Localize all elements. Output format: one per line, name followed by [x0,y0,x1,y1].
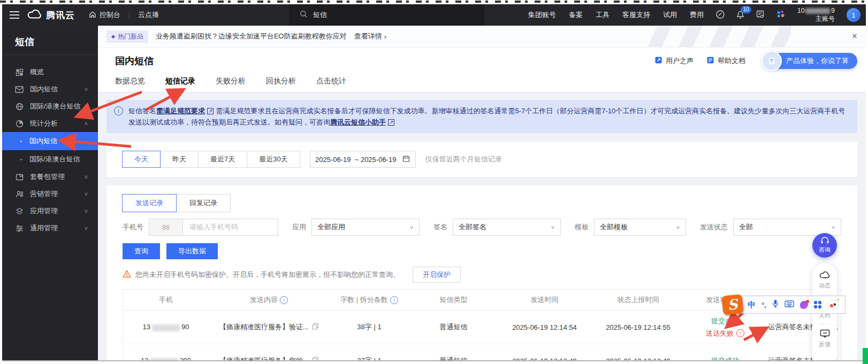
toolbar-divider [819,324,831,324]
microphone-icon[interactable] [772,299,779,310]
send-records-tab[interactable]: 发送记录 [122,194,177,212]
phone-number-input[interactable]: 86 请输入手机号码 [149,219,278,236]
quick-date-today[interactable]: 今天 [122,151,161,168]
ime-apps-grid-icon[interactable] [814,301,822,309]
sidebar-item-package-mgmt[interactable]: 套餐包管理 ∨ [2,168,98,185]
tab-click-stats[interactable]: 点击统计 [316,74,346,86]
console-link[interactable]: 控制台 [89,10,120,20]
notification-bell-icon[interactable]: 10 [736,10,745,21]
colorful-spark-icon[interactable] [775,9,786,21]
pie-chart-icon [15,119,24,128]
keyboard-icon[interactable] [785,300,794,309]
sidebar-item-general-mgmt[interactable]: 通用管理 ∨ [2,220,98,237]
sidebar-item-app-mgmt[interactable]: 应用管理 ∨ [2,203,98,220]
col-report-time: 状态上报时间 [591,290,685,311]
country-code-prefix[interactable]: 86 [149,219,183,235]
query-button[interactable]: 查询 [123,243,160,259]
user-voice-link[interactable]: 用户之声 [654,56,694,66]
sidebar-subitem-domestic-sms-active[interactable]: 国内短信 [2,132,98,150]
tencent-cloud-logo[interactable]: 腾讯云 [27,9,75,21]
template-select[interactable]: 全部模板∨ [594,219,686,236]
sidebar-item-intl-sms[interactable]: 国际/港澳台短信 ∨ [2,98,98,115]
col-send-time: 发送时间 [498,290,591,311]
chevron-down-icon: ∨ [409,224,414,230]
topbar-menu-tools[interactable]: 工具 [596,10,610,20]
copy-icon[interactable] [312,323,318,331]
sidebar-title: 短信 [2,26,98,55]
bullet-dot [20,141,22,142]
home-icon [89,11,96,20]
tab-failure-analysis[interactable]: 失败分析 [216,74,246,86]
feedback-item[interactable]: 反馈 [819,329,831,348]
info-icon[interactable]: i [390,296,398,304]
filter-row: 手机号 86 请输入手机号码 应用 全部应用∨ 签名 全部签名∨ 模板 全部模板… [123,219,841,236]
external-link-icon: ↗ [207,108,214,114]
info-icon[interactable]: i [280,296,288,304]
quick-date-yesterday[interactable]: 昨天 [160,151,199,168]
spec-requirement-link[interactable]: 需满足规范要求 [156,107,205,115]
chevron-right-icon: › [384,33,386,41]
mail-icon [15,85,24,94]
headset-icon [820,237,829,245]
table-row: 13290 【痛康精准医疗服务】您的... 37字 | 1 普通短信 2025-… [123,344,841,361]
tab-sms-records[interactable]: 短信记录 [165,74,195,86]
export-button[interactable]: 导出数据 [166,243,218,259]
date-range-input[interactable]: 2025-06-19 ~ 2025-06-19 [310,151,416,168]
page-tabs: 数据总览 短信记录 失败分析 回执分析 点击统计 [98,74,866,92]
topbar-menu-icp[interactable]: 备案 [569,10,583,20]
col-phone: 手机 [123,290,209,311]
sidebar-item-marketing-mgmt[interactable]: 营销管理 ∨ [2,185,98,203]
tab-receipt-analysis[interactable]: 回执分析 [266,74,296,86]
cell-phone: 13290 [123,344,209,361]
cell-type: 普通短信 [409,344,498,361]
col-type: 短信类型 [409,290,498,311]
topbar-menu-billing[interactable]: 费用 [690,10,704,20]
app-select[interactable]: 全部应用∨ [311,219,420,236]
promo-circle-icon[interactable] [715,10,725,21]
ime-language-icon[interactable]: 中 [748,300,756,310]
phone-blur [150,358,178,360]
banner-detail-link[interactable]: 查看详情 › [354,32,386,41]
product-feedback-cta[interactable]: 产品体验，你说了算 [762,51,857,71]
topbar-menu-trial[interactable]: 试用 [663,10,677,20]
status-submit-success: 提交成功 [686,356,765,360]
ime-skin-icon[interactable] [800,301,808,309]
sidebar-item-overview[interactable]: 概览 [2,64,98,81]
recording-indicator-strip [863,348,868,364]
hot-product-badge: ◆ 热门新品 [106,30,148,43]
sms-assistant-link[interactable]: 腾讯云短信小助手 [330,118,386,126]
reply-records-tab[interactable]: 回复记录 [176,194,231,212]
browser-window: 腾讯云 控制台 云点播 短信 集团账号 备案 工具 客服支持 试用 费用 [2,4,866,361]
consult-float-button[interactable]: 咨询 [812,233,837,258]
page-header: 国内短信 用户之声 帮助文档 产品体验，你说了算 [98,48,866,74]
billing-doc-icon[interactable] [756,10,765,20]
sogou-logo-icon[interactable]: S [721,294,744,315]
close-icon[interactable]: × [852,31,857,42]
ime-emoji-icon[interactable] [828,299,839,310]
quick-date-30days[interactable]: 最近30天 [247,151,300,168]
cell-send-time: 2025-06-19 12:13:49 [498,344,591,361]
product-vod-link[interactable]: 云点播 [138,10,159,20]
avatar[interactable]: 1 [847,8,861,22]
account-info[interactable]: 109 主账号 [797,7,835,23]
global-search-input[interactable]: 短信 [289,4,485,26]
sidebar-item-statistics[interactable]: 统计分析 ∧ [2,115,98,132]
copy-icon[interactable] [312,357,318,360]
sidebar-subitem-intl-sms[interactable]: 国际/港澳台短信 [2,150,98,168]
cell-content: 【痛康精准医疗服务】您的... [209,344,329,361]
tab-data-overview[interactable]: 数据总览 [115,74,145,86]
menu-hamburger-icon[interactable] [2,4,27,26]
topbar-right: 集团账号 备案 工具 客服支持 试用 费用 10 [528,4,861,26]
enable-protection-button[interactable]: 开启保护 [413,267,461,283]
sidebar-item-domestic-sms[interactable]: 国内短信 ∨ [2,81,98,98]
warning-icon [123,270,131,280]
news-item[interactable]: 动态 [819,270,831,290]
topbar-menu-support[interactable]: 客服支持 [622,10,650,20]
ime-punctuation-icon[interactable]: °, [762,301,766,309]
topbar-menu-group-account[interactable]: 集团账号 [528,10,556,20]
help-doc-link[interactable]: 帮助文档 [706,56,745,66]
signature-select[interactable]: 全部签名∨ [453,219,561,236]
error-info-icon[interactable]: ! [736,329,744,337]
quick-date-7days[interactable]: 最近7天 [198,151,247,168]
col-count: 字数 | 拆分条数i [329,290,409,311]
